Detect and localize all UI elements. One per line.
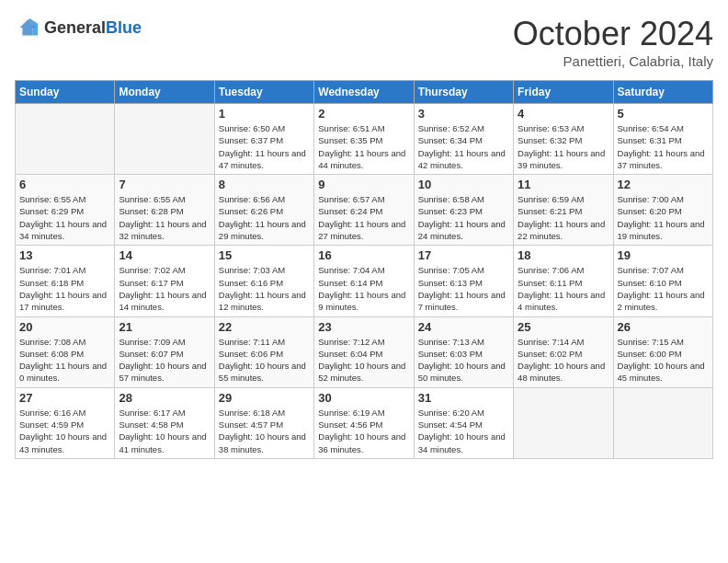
day-cell: 7Sunrise: 6:55 AM Sunset: 6:28 PM Daylig… xyxy=(115,175,214,246)
day-info: Sunrise: 6:51 AM Sunset: 6:35 PM Dayligh… xyxy=(318,122,409,171)
day-info: Sunrise: 6:56 AM Sunset: 6:26 PM Dayligh… xyxy=(219,193,310,242)
day-number: 13 xyxy=(19,248,110,262)
day-info: Sunrise: 6:54 AM Sunset: 6:31 PM Dayligh… xyxy=(618,122,709,171)
day-number: 14 xyxy=(119,248,210,262)
day-info: Sunrise: 6:52 AM Sunset: 6:34 PM Dayligh… xyxy=(418,122,509,171)
col-header-saturday: Saturday xyxy=(613,81,712,104)
day-info: Sunrise: 7:14 AM Sunset: 6:02 PM Dayligh… xyxy=(518,336,609,385)
day-info: Sunrise: 7:07 AM Sunset: 6:10 PM Dayligh… xyxy=(618,264,709,313)
logo-blue: Blue xyxy=(106,18,142,37)
week-row-4: 20Sunrise: 7:08 AM Sunset: 6:08 PM Dayli… xyxy=(16,316,713,387)
day-info: Sunrise: 7:15 AM Sunset: 6:00 PM Dayligh… xyxy=(618,336,709,385)
day-cell: 23Sunrise: 7:12 AM Sunset: 6:04 PM Dayli… xyxy=(314,316,414,387)
day-cell: 13Sunrise: 7:01 AM Sunset: 6:18 PM Dayli… xyxy=(16,246,115,316)
day-cell: 11Sunrise: 6:59 AM Sunset: 6:21 PM Dayli… xyxy=(514,175,613,246)
day-number: 2 xyxy=(318,107,409,121)
day-info: Sunrise: 6:55 AM Sunset: 6:29 PM Dayligh… xyxy=(19,193,110,242)
day-cell: 20Sunrise: 7:08 AM Sunset: 6:08 PM Dayli… xyxy=(16,316,115,387)
month-title: October 2024 xyxy=(513,15,713,53)
day-cell xyxy=(514,387,613,458)
day-number: 23 xyxy=(318,320,409,334)
day-cell: 22Sunrise: 7:11 AM Sunset: 6:06 PM Dayli… xyxy=(214,316,313,387)
day-cell: 27Sunrise: 6:16 AM Sunset: 4:59 PM Dayli… xyxy=(16,387,115,458)
day-info: Sunrise: 6:16 AM Sunset: 4:59 PM Dayligh… xyxy=(19,407,110,455)
day-info: Sunrise: 6:50 AM Sunset: 6:37 PM Dayligh… xyxy=(219,122,310,171)
day-number: 1 xyxy=(219,107,310,121)
day-number: 21 xyxy=(119,320,210,334)
day-info: Sunrise: 7:08 AM Sunset: 6:08 PM Dayligh… xyxy=(19,336,110,385)
day-cell: 15Sunrise: 7:03 AM Sunset: 6:16 PM Dayli… xyxy=(214,246,313,316)
day-info: Sunrise: 6:58 AM Sunset: 6:23 PM Dayligh… xyxy=(418,193,509,242)
day-number: 8 xyxy=(219,178,310,191)
day-cell xyxy=(613,387,712,458)
day-cell: 4Sunrise: 6:53 AM Sunset: 6:32 PM Daylig… xyxy=(514,104,613,175)
day-info: Sunrise: 6:20 AM Sunset: 4:54 PM Dayligh… xyxy=(418,407,509,455)
calendar-table: SundayMondayTuesdayWednesdayThursdayFrid… xyxy=(15,80,713,459)
day-number: 29 xyxy=(219,391,310,405)
day-cell xyxy=(16,104,115,175)
day-number: 16 xyxy=(318,248,409,262)
day-cell: 8Sunrise: 6:56 AM Sunset: 6:26 PM Daylig… xyxy=(214,175,313,246)
day-cell xyxy=(115,104,214,175)
header-row: SundayMondayTuesdayWednesdayThursdayFrid… xyxy=(16,81,713,104)
week-row-2: 6Sunrise: 6:55 AM Sunset: 6:29 PM Daylig… xyxy=(16,175,713,246)
day-number: 5 xyxy=(618,107,709,121)
day-number: 12 xyxy=(618,178,709,191)
col-header-monday: Monday xyxy=(115,81,214,104)
day-cell: 18Sunrise: 7:06 AM Sunset: 6:11 PM Dayli… xyxy=(514,246,613,316)
day-cell: 29Sunrise: 6:18 AM Sunset: 4:57 PM Dayli… xyxy=(214,387,313,458)
logo: GeneralBlue xyxy=(15,15,142,40)
day-cell: 10Sunrise: 6:58 AM Sunset: 6:23 PM Dayli… xyxy=(414,175,513,246)
day-number: 4 xyxy=(518,107,609,121)
day-cell: 31Sunrise: 6:20 AM Sunset: 4:54 PM Dayli… xyxy=(414,387,513,458)
col-header-thursday: Thursday xyxy=(414,81,513,104)
day-number: 20 xyxy=(19,320,110,334)
day-number: 28 xyxy=(119,391,210,405)
day-number: 25 xyxy=(518,320,609,334)
day-cell: 6Sunrise: 6:55 AM Sunset: 6:29 PM Daylig… xyxy=(16,175,115,246)
page-header: GeneralBlue October 2024 Panettieri, Cal… xyxy=(15,15,713,69)
day-number: 3 xyxy=(418,107,509,121)
day-number: 7 xyxy=(119,178,210,191)
day-cell: 5Sunrise: 6:54 AM Sunset: 6:31 PM Daylig… xyxy=(613,104,712,175)
day-number: 18 xyxy=(518,248,609,262)
col-header-wednesday: Wednesday xyxy=(314,81,414,104)
week-row-1: 1Sunrise: 6:50 AM Sunset: 6:37 PM Daylig… xyxy=(16,104,713,175)
day-info: Sunrise: 6:55 AM Sunset: 6:28 PM Dayligh… xyxy=(119,193,210,242)
day-info: Sunrise: 6:53 AM Sunset: 6:32 PM Dayligh… xyxy=(518,122,609,171)
day-cell: 3Sunrise: 6:52 AM Sunset: 6:34 PM Daylig… xyxy=(414,104,513,175)
day-number: 31 xyxy=(418,391,509,405)
day-info: Sunrise: 6:57 AM Sunset: 6:24 PM Dayligh… xyxy=(318,193,409,242)
day-info: Sunrise: 6:59 AM Sunset: 6:21 PM Dayligh… xyxy=(518,193,609,242)
day-info: Sunrise: 6:17 AM Sunset: 4:58 PM Dayligh… xyxy=(119,407,210,455)
day-info: Sunrise: 7:09 AM Sunset: 6:07 PM Dayligh… xyxy=(119,336,210,385)
day-info: Sunrise: 7:03 AM Sunset: 6:16 PM Dayligh… xyxy=(219,264,310,313)
day-info: Sunrise: 7:04 AM Sunset: 6:14 PM Dayligh… xyxy=(318,264,409,313)
day-info: Sunrise: 7:06 AM Sunset: 6:11 PM Dayligh… xyxy=(518,264,609,313)
day-number: 9 xyxy=(318,178,409,191)
day-number: 6 xyxy=(19,178,110,191)
day-cell: 24Sunrise: 7:13 AM Sunset: 6:03 PM Dayli… xyxy=(414,316,513,387)
day-cell: 28Sunrise: 6:17 AM Sunset: 4:58 PM Dayli… xyxy=(115,387,214,458)
location: Panettieri, Calabria, Italy xyxy=(513,53,713,69)
day-info: Sunrise: 7:01 AM Sunset: 6:18 PM Dayligh… xyxy=(19,264,110,313)
week-row-5: 27Sunrise: 6:16 AM Sunset: 4:59 PM Dayli… xyxy=(16,387,713,458)
day-info: Sunrise: 7:12 AM Sunset: 6:04 PM Dayligh… xyxy=(318,336,409,385)
col-header-sunday: Sunday xyxy=(16,81,115,104)
day-number: 15 xyxy=(219,248,310,262)
day-cell: 17Sunrise: 7:05 AM Sunset: 6:13 PM Dayli… xyxy=(414,246,513,316)
day-info: Sunrise: 7:11 AM Sunset: 6:06 PM Dayligh… xyxy=(219,336,310,385)
day-info: Sunrise: 7:02 AM Sunset: 6:17 PM Dayligh… xyxy=(119,264,210,313)
day-cell: 19Sunrise: 7:07 AM Sunset: 6:10 PM Dayli… xyxy=(613,246,712,316)
day-cell: 25Sunrise: 7:14 AM Sunset: 6:02 PM Dayli… xyxy=(514,316,613,387)
day-cell: 2Sunrise: 6:51 AM Sunset: 6:35 PM Daylig… xyxy=(314,104,414,175)
day-info: Sunrise: 7:13 AM Sunset: 6:03 PM Dayligh… xyxy=(418,336,509,385)
day-number: 11 xyxy=(518,178,609,191)
day-cell: 26Sunrise: 7:15 AM Sunset: 6:00 PM Dayli… xyxy=(613,316,712,387)
day-cell: 12Sunrise: 7:00 AM Sunset: 6:20 PM Dayli… xyxy=(613,175,712,246)
day-info: Sunrise: 7:00 AM Sunset: 6:20 PM Dayligh… xyxy=(618,193,709,242)
day-cell: 21Sunrise: 7:09 AM Sunset: 6:07 PM Dayli… xyxy=(115,316,214,387)
col-header-friday: Friday xyxy=(514,81,613,104)
day-number: 22 xyxy=(219,320,310,334)
day-info: Sunrise: 7:05 AM Sunset: 6:13 PM Dayligh… xyxy=(418,264,509,313)
